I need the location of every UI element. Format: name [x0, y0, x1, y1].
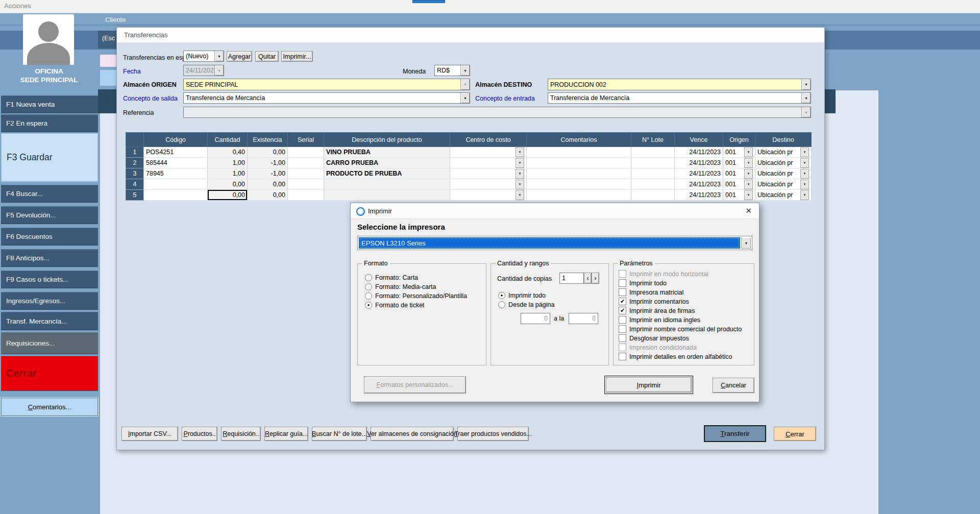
chevron-down-icon[interactable]: ▼: [744, 180, 753, 189]
close-icon[interactable]: ✕: [745, 206, 752, 215]
buscar-lote-button[interactable]: Buscar N° de lote...: [312, 427, 367, 441]
sidebar-item-cerrar[interactable]: Cerrar: [1, 356, 98, 391]
col-comentarios[interactable]: Comentarios: [527, 133, 631, 147]
cell-centro-costo[interactable]: ▼: [450, 158, 527, 168]
espera-combo[interactable]: (Nuevo) ▼: [183, 51, 224, 62]
referencia-field[interactable]: ▼: [183, 107, 811, 118]
checkbox-idioma-ingles[interactable]: Imprimir en idioma ingles: [619, 316, 700, 324]
cell-codigo[interactable]: 78945: [144, 168, 208, 179]
cell-vence[interactable]: 24/11/2023: [675, 190, 723, 201]
transferir-button[interactable]: Transferir: [704, 425, 766, 442]
cell-origen[interactable]: 001▼: [723, 147, 755, 158]
client-combo-fragment[interactable]: (Esc: [98, 31, 116, 48]
cell-cantidad[interactable]: 1,00: [208, 158, 248, 168]
chevron-down-icon[interactable]: ▼: [741, 237, 751, 249]
cell-centro-costo[interactable]: ▼: [450, 190, 527, 201]
checkbox-icon[interactable]: [619, 288, 626, 296]
chevron-down-icon[interactable]: ▼: [460, 65, 470, 76]
chevron-down-icon[interactable]: ▼: [800, 180, 809, 189]
cell-destino[interactable]: Ubicación pr▼: [755, 147, 812, 158]
cell-lote[interactable]: [631, 158, 675, 168]
replicar-guia-button[interactable]: Replicar guía...: [264, 427, 308, 441]
requisicion-button[interactable]: Requisición..: [221, 427, 261, 441]
agregar-button[interactable]: Agregar: [227, 51, 252, 62]
sidebar-item-ingresos-egresos[interactable]: Ingresos/Egresos...: [1, 292, 98, 310]
cell-lote[interactable]: [631, 190, 675, 201]
cell-descripcion[interactable]: PRODUCTO DE PRUEBA: [324, 168, 450, 179]
cell-comentarios[interactable]: [527, 190, 631, 201]
chevron-down-icon[interactable]: ▼: [516, 190, 524, 200]
cell-vence[interactable]: 24/11/2023: [675, 168, 723, 179]
col-codigo[interactable]: Código: [144, 133, 208, 147]
importar-csv-button[interactable]: Importar CSV...: [121, 427, 178, 441]
radio-icon[interactable]: [365, 292, 372, 300]
sidebar-item-f9-casos[interactable]: F9 Casos o tickets...: [1, 271, 98, 288]
cell-comentarios[interactable]: [527, 158, 631, 168]
cell-comentarios[interactable]: [527, 147, 631, 158]
chevron-down-icon[interactable]: ▼: [744, 169, 753, 179]
sidebar-item-f4-buscar[interactable]: F4 Buscar...: [1, 185, 98, 203]
cell-origen[interactable]: 001▼: [723, 168, 755, 179]
checkbox-icon[interactable]: [619, 279, 626, 287]
cell-codigo[interactable]: POS4251: [144, 147, 208, 158]
chevron-down-icon[interactable]: ▼: [744, 148, 753, 157]
chevron-down-icon[interactable]: ▼: [800, 158, 809, 168]
row-number[interactable]: 3: [126, 168, 144, 179]
row-number[interactable]: 4: [126, 179, 144, 190]
checkbox-imprimir-comentarios[interactable]: ✔ Imprimir comentarios: [619, 298, 689, 305]
sidebar-item-f1-nueva-venta[interactable]: F1 Nueva venta: [1, 95, 98, 113]
cell-centro-costo[interactable]: ▼: [450, 179, 527, 190]
col-destino[interactable]: Destino: [755, 133, 812, 147]
cell-existencia[interactable]: -1,00: [248, 168, 288, 179]
checkbox-impresora-matricial[interactable]: Impresora matricial: [619, 288, 683, 296]
radio-icon[interactable]: [365, 283, 372, 290]
cell-existencia[interactable]: 0,00: [248, 190, 288, 201]
chevron-down-icon[interactable]: ▼: [744, 158, 753, 168]
selected-cell-cantidad[interactable]: 0,00: [208, 190, 248, 201]
cell-vence[interactable]: 24/11/2023: [675, 179, 723, 190]
cell-descripcion[interactable]: [324, 190, 450, 201]
col-serial[interactable]: Serial: [288, 133, 324, 147]
radio-icon-selected[interactable]: ●: [498, 292, 505, 299]
cell-vence[interactable]: 24/11/2023: [675, 158, 723, 168]
radio-formato-carta[interactable]: Formato: Carta: [365, 274, 418, 281]
cell-serial[interactable]: [288, 147, 324, 158]
checkbox-icon[interactable]: [619, 316, 626, 324]
cell-comentarios[interactable]: [527, 168, 631, 179]
checkbox-icon[interactable]: [619, 353, 626, 360]
cell-cantidad[interactable]: 0,40: [208, 147, 248, 158]
chevron-down-icon[interactable]: ▼: [801, 93, 811, 103]
radio-imprimir-todo[interactable]: ● Imprimir todo: [498, 292, 546, 299]
chevron-down-icon[interactable]: ▼: [800, 148, 809, 157]
radio-icon-selected[interactable]: ●: [365, 302, 372, 309]
radio-desde-pagina[interactable]: Desde la página: [498, 301, 554, 308]
cell-lote[interactable]: [631, 179, 675, 190]
transferencias-title-bar[interactable]: Transferencias: [117, 28, 824, 43]
sidebar-item-f3-guardar[interactable]: F3 Guardar: [1, 133, 98, 182]
chevron-down-icon[interactable]: ▼: [516, 169, 524, 179]
cell-descripcion[interactable]: VINO PRUEBA: [324, 147, 450, 158]
chevron-down-icon[interactable]: ▼: [516, 148, 524, 157]
cell-serial[interactable]: [288, 158, 324, 168]
spin-left-icon[interactable]: ‹: [584, 273, 592, 284]
chevron-down-icon[interactable]: ▼: [800, 190, 809, 200]
print-dialog-title-bar[interactable]: Imprimir ✕: [351, 203, 759, 219]
printer-combo[interactable]: EPSON L3210 Series ▼: [357, 236, 752, 250]
menu-acciones[interactable]: Acciones: [4, 2, 31, 10]
cell-origen[interactable]: 001▼: [723, 179, 755, 190]
cell-serial[interactable]: [288, 179, 324, 190]
cell-serial[interactable]: [288, 190, 324, 201]
cell-destino[interactable]: Ubicación pr▼: [755, 179, 812, 190]
checkbox-area-firmas[interactable]: ✔ Imprimir área de firmas: [619, 307, 695, 314]
cell-codigo[interactable]: 585444: [144, 158, 208, 168]
cell-comentarios[interactable]: [527, 179, 631, 190]
row-number[interactable]: 5: [126, 190, 144, 201]
col-vence[interactable]: Vence: [675, 133, 723, 147]
chevron-down-icon[interactable]: ▼: [801, 79, 811, 90]
cell-destino[interactable]: Ubicación pr▼: [755, 158, 812, 168]
imprimir-button[interactable]: Imprimir...: [281, 51, 313, 62]
sidebar-item-f6-descuentos[interactable]: F6 Descuentos: [1, 228, 98, 246]
cell-vence[interactable]: 24/11/2023: [675, 147, 723, 158]
productos-button[interactable]: Productos..: [182, 427, 217, 441]
concepto-salida-combo[interactable]: Transferencia de Mercancía ▼: [183, 92, 470, 104]
